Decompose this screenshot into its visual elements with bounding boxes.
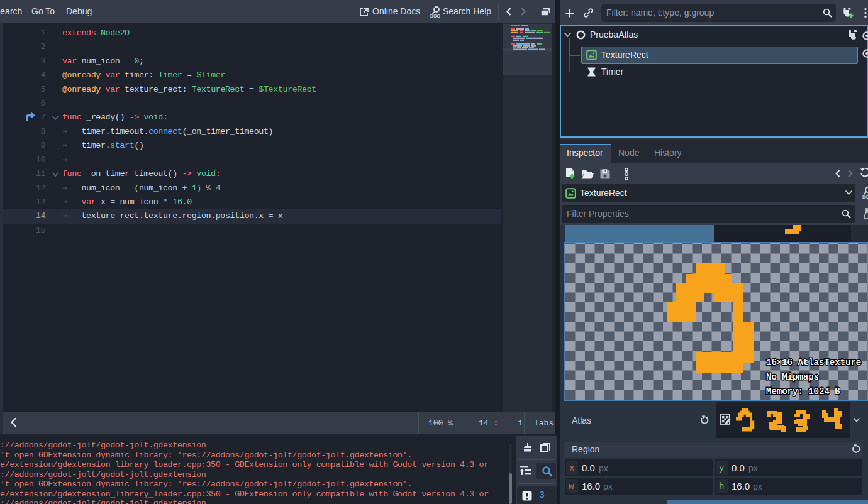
- svg-text:Memory: 1024 B: Memory: 1024 B: [766, 386, 840, 397]
- svg-text:DOC: DOC: [430, 14, 440, 18]
- svg-text:DO: DO: [862, 195, 868, 199]
- svg-text:No Mipmaps: No Mipmaps: [766, 372, 819, 382]
- svg-text:16×16 AtlasTexture: 16×16 AtlasTexture: [766, 358, 861, 368]
